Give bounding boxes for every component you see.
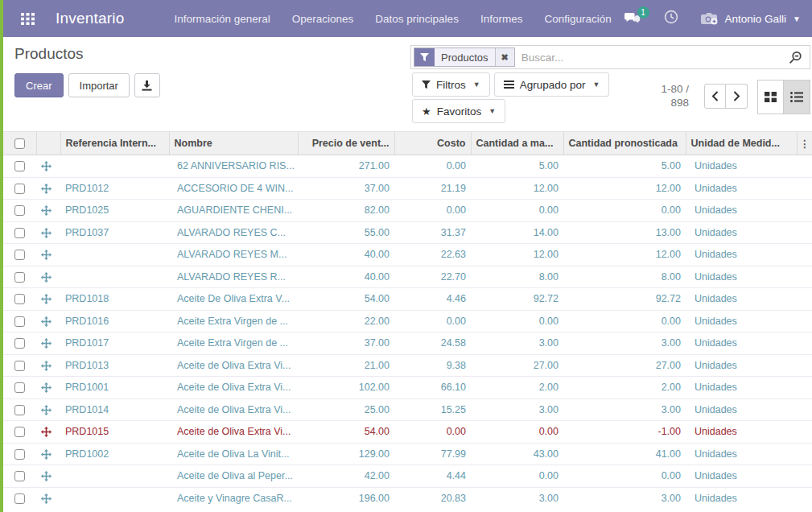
row-checkbox[interactable] (14, 228, 25, 238)
row-select-cell (3, 310, 36, 332)
table-row[interactable]: PRD1017 Aceite Extra Virgen de ... 37.00… (3, 332, 812, 355)
drag-handle-icon[interactable] (41, 228, 52, 238)
apps-menu-icon[interactable] (21, 13, 35, 25)
drag-handle-icon[interactable] (41, 250, 52, 260)
favorites-dropdown[interactable]: ★ Favoritos ▼ (412, 99, 505, 123)
menu-informes[interactable]: Informes (480, 13, 523, 25)
table-row[interactable]: PRD1013 Aceite de Oliva Extra Vi... 21.0… (3, 354, 812, 377)
row-checkbox[interactable] (14, 361, 25, 371)
cell-precio: 129.00 (298, 443, 394, 465)
table-row[interactable]: PRD1016 Aceite Extra Virgen de ... 22.00… (3, 310, 812, 332)
drag-handle-icon[interactable] (41, 338, 52, 349)
column-header-cantidad-pronosticada[interactable]: Cantidad pronosticada (563, 132, 686, 155)
cell-options (797, 221, 812, 244)
row-checkbox[interactable] (14, 184, 25, 194)
app-title[interactable]: Inventario (56, 10, 124, 27)
filters-dropdown[interactable]: Filtros ▼ (412, 72, 490, 97)
drag-handle-icon[interactable] (41, 161, 52, 171)
row-select-cell (3, 332, 36, 355)
activities-clock-icon[interactable] (664, 10, 678, 27)
export-download-button[interactable] (134, 73, 160, 97)
drag-handle-icon[interactable] (41, 294, 52, 304)
row-checkbox[interactable] (14, 493, 25, 504)
row-checkbox[interactable] (14, 471, 25, 481)
pager-next-button[interactable] (726, 84, 748, 109)
cell-costo: 24.58 (394, 332, 471, 355)
drag-handle-icon[interactable] (41, 184, 52, 194)
row-checkbox[interactable] (14, 405, 25, 415)
cell-referencia: PRD1016 (60, 310, 169, 332)
table-row[interactable]: 62 ANNIVERSARIO RIS... 271.00 0.00 5.00 … (3, 155, 812, 178)
row-checkbox[interactable] (14, 294, 25, 304)
drag-handle-icon[interactable] (41, 382, 52, 393)
menu-datos-principales[interactable]: Datos principales (375, 13, 459, 25)
table-row[interactable]: ALVARADO REYES M... 40.00 22.63 12.00 12… (3, 244, 812, 266)
column-header-referencia[interactable]: Referencia Intern... (60, 132, 169, 155)
table-row[interactable]: PRD1018 Aceite De Oliva Extra V... 54.00… (3, 288, 812, 311)
drag-handle-icon[interactable] (41, 427, 52, 437)
column-header-costo[interactable]: Costo (394, 132, 471, 155)
cell-unidad-medida: Unidades (686, 221, 797, 244)
cell-cantidad-pronosticada: 0.00 (563, 200, 686, 222)
table-row[interactable]: PRD1015 Aceite de Oliva Extra Vi... 54.0… (3, 421, 812, 444)
cell-nombre: ALVARADO REYES R... (169, 266, 298, 288)
row-checkbox[interactable] (14, 449, 25, 460)
row-checkbox[interactable] (14, 205, 25, 216)
select-all-checkbox[interactable] (14, 138, 25, 149)
cell-nombre: Aceite de Oliva al Peper... (169, 465, 298, 488)
row-checkbox[interactable] (14, 272, 25, 283)
row-checkbox[interactable] (14, 161, 25, 171)
group-by-dropdown[interactable]: Agrupado por ▼ (494, 72, 610, 97)
table-row[interactable]: PRD1012 ACCESORIO DE 4 WIN... 37.00 21.1… (3, 177, 812, 200)
drag-handle-icon[interactable] (41, 316, 52, 327)
drag-handle-icon[interactable] (41, 361, 52, 371)
cell-costo: 31.37 (394, 221, 471, 244)
column-header-cantidad-mano[interactable]: Cantidad a ma... (471, 132, 563, 155)
column-header-precio[interactable]: Precio de vent... (298, 132, 394, 155)
messages-icon[interactable]: 1 (624, 12, 641, 26)
row-checkbox[interactable] (14, 250, 25, 260)
row-checkbox[interactable] (14, 338, 25, 349)
menu-configuracion[interactable]: Configuración (544, 13, 611, 25)
search-input[interactable] (515, 52, 781, 64)
cell-options (797, 200, 812, 222)
facet-remove-icon[interactable]: ✖ (495, 48, 514, 66)
table-row[interactable]: PRD1002 Aceite de Oliva La Vinit... 129.… (3, 443, 812, 465)
column-header-nombre[interactable]: Nombre (169, 132, 298, 155)
table-row[interactable]: PRD1025 AGUARDIENTE CHENI... 82.00 0.00 … (3, 200, 812, 222)
view-switch-kanban-button[interactable] (757, 80, 784, 114)
table-row[interactable]: PRD1001 Aceite de Oliva Extra Vi... 102.… (3, 377, 812, 399)
table-row[interactable]: ALVARADO REYES R... 40.00 22.70 8.00 8.0… (3, 266, 812, 288)
table-row[interactable]: Aceite y Vinagre CasaR... 196.00 20.83 3… (3, 487, 812, 510)
filters-label: Filtros (436, 79, 466, 91)
row-select-cell (3, 465, 36, 488)
cell-referencia (60, 487, 169, 510)
row-checkbox[interactable] (14, 427, 25, 437)
drag-handle-icon[interactable] (41, 205, 52, 216)
drag-handle-icon[interactable] (41, 405, 52, 415)
row-checkbox[interactable] (14, 382, 25, 393)
import-button[interactable]: Importar (68, 73, 130, 97)
pager-previous-button[interactable] (704, 84, 726, 109)
drag-handle-icon[interactable] (41, 449, 52, 460)
menu-informacion-general[interactable]: Información general (174, 13, 270, 25)
optional-columns-icon[interactable]: ⋮ (797, 132, 812, 155)
table-row[interactable]: PRD1037 ALVARADO REYES C... 55.00 31.37 … (3, 221, 812, 244)
row-select-cell (3, 288, 36, 311)
drag-handle-icon[interactable] (41, 471, 52, 481)
drag-handle-icon[interactable] (41, 272, 52, 283)
menu-operaciones[interactable]: Operaciones (292, 13, 354, 25)
table-row[interactable]: Aceite de Oliva al Peper... 42.00 4.44 0… (3, 465, 812, 488)
row-checkbox[interactable] (14, 316, 25, 327)
table-row[interactable]: PRD1014 Aceite de Oliva Extra Vi... 25.0… (3, 398, 812, 421)
cell-referencia (60, 465, 169, 488)
drag-handle-icon[interactable] (41, 493, 52, 504)
cell-cantidad-mano: 12.00 (471, 244, 563, 266)
user-menu[interactable]: Antonio Galli ▼ (701, 11, 801, 26)
create-button[interactable]: Crear (14, 73, 64, 97)
column-header-unidad-medida[interactable]: Unidad de Medid... (686, 132, 797, 155)
row-select-cell (3, 221, 36, 244)
view-switch-list-button[interactable] (784, 80, 810, 114)
search-icon[interactable] (781, 51, 810, 64)
cell-nombre: Aceite de Oliva Extra Vi... (169, 377, 298, 399)
